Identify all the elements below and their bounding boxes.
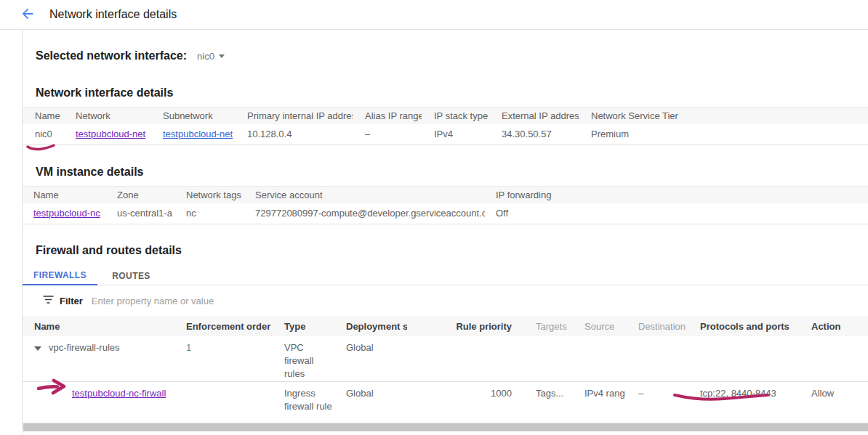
fw-row2-scope: Global: [334, 382, 407, 423]
fw-col-targets: Targets: [524, 317, 573, 336]
nic-section-title: Network interface details: [23, 86, 868, 99]
fw-row1-priority: [407, 336, 524, 381]
vm-table: Name Zone Network tags Service account I…: [23, 186, 868, 224]
subnetwork-link[interactable]: testpubcloud-net: [163, 129, 233, 139]
vm-service-account: 729772080997-compute@developer.gservicea…: [244, 203, 485, 224]
fw-row2-priority: 1000: [407, 382, 524, 423]
filter-label: Filter: [60, 296, 83, 306]
firewall-rule-link[interactable]: testpubcloud-nc-firwall: [72, 388, 166, 399]
firewall-section-title: Firewall and routes details: [23, 244, 868, 257]
fw-row2-action: Allow: [800, 382, 868, 423]
vm-instance-link[interactable]: testpubcloud-nc: [33, 208, 100, 219]
firewall-row-rule: testpubcloud-nc-firwall Ingress firewall…: [23, 382, 868, 423]
arrow-back-icon: [20, 6, 36, 24]
fw-row1-action: [800, 336, 868, 381]
nic-col-name: Name: [23, 107, 63, 124]
fw-row1-scope: Global: [334, 336, 407, 381]
interface-dropdown[interactable]: nic0: [197, 51, 225, 62]
fw-row2-targets: Tags...: [524, 382, 573, 423]
fw-col-destination: Destination: [627, 317, 688, 336]
nic-col-subnetwork: Subnetwork: [150, 107, 235, 124]
nic-stack-type: IPv4: [422, 124, 489, 145]
fw-row1-destination: [627, 336, 688, 381]
fw-row2-enforcement: [174, 382, 273, 423]
vm-table-row: testpubcloud-nc us-central1-a nc 7297720…: [23, 203, 868, 224]
nic-col-service-tier: Network Service Tier: [579, 107, 868, 124]
fw-col-name: Name: [23, 317, 174, 336]
nic-table-row: nic0 testpubcloud-net testpubcloud-net 1…: [23, 124, 868, 145]
nic-internal-ip: 10.128.0.4: [235, 124, 353, 145]
fw-col-rule-priority: Rule priority: [407, 317, 524, 336]
fw-col-action: Action: [800, 317, 868, 336]
nic-alias-ranges: –: [353, 124, 422, 145]
fw-row2-destination: –: [627, 382, 688, 423]
nic-col-stack-type: IP stack type: [422, 107, 489, 124]
fw-col-source: Source: [573, 317, 627, 336]
tab-routes[interactable]: ROUTES: [97, 267, 165, 285]
tab-firewalls[interactable]: FIREWALLS: [23, 267, 97, 285]
nic-col-alias-ranges: Alias IP ranges: [353, 107, 422, 124]
filter-input[interactable]: [92, 296, 868, 306]
nic-col-external-ip: External IP address: [489, 107, 579, 124]
vm-section-title: VM instance details: [23, 166, 868, 179]
back-button[interactable]: [19, 6, 36, 23]
fw-row1-name: vpc-firewall-rules: [49, 342, 120, 353]
vm-col-ip-forwarding: IP forwarding: [485, 187, 868, 203]
details-panel: Selected network interface: nic0 Network…: [22, 30, 868, 435]
nic-col-network: Network: [63, 107, 150, 124]
firewall-tabs: FIREWALLS ROUTES: [23, 267, 868, 285]
vm-col-name: Name: [23, 187, 106, 203]
fw-row1-targets: [524, 336, 573, 381]
nic-external-ip: 34.30.50.57: [489, 124, 579, 145]
fw-row1-source: [573, 336, 627, 381]
fw-col-type: Type: [273, 317, 334, 336]
vm-col-service-account: Service account: [244, 187, 485, 203]
fw-row2-protocols: tcp:22, 8440-8443: [688, 382, 800, 423]
fw-row2-type: Ingress firewall rule: [273, 382, 334, 423]
horizontal-scrollbar[interactable]: [23, 423, 868, 431]
chevron-down-icon: [219, 54, 225, 58]
vm-ip-forwarding: Off: [485, 203, 868, 224]
filter-bar: Filter: [23, 290, 868, 312]
network-link[interactable]: testpubcloud-net: [76, 129, 145, 139]
fw-row2-source: IPv4 rang: [573, 382, 627, 423]
fw-row1-protocols: [688, 336, 800, 381]
nic-table-header: Name Network Subnetwork Primary internal…: [23, 107, 868, 124]
vm-network-tags: nc: [175, 203, 244, 224]
nic-table: Name Network Subnetwork Primary internal…: [23, 107, 868, 145]
nic-service-tier: Premium: [579, 124, 868, 145]
vm-col-tags: Network tags: [175, 187, 244, 203]
firewall-row-vpc: vpc-firewall-rules 1 VPC firewall rules …: [23, 336, 868, 382]
fw-col-deployment-scope: Deployment scope: [334, 317, 407, 336]
firewall-table: Name Enforcement order↑ Type Deployment …: [23, 317, 868, 423]
fw-col-protocols: Protocols and ports: [688, 317, 800, 336]
page-title: Network interface details: [49, 8, 177, 21]
interface-dropdown-value: nic0: [197, 51, 214, 62]
firewall-table-header: Name Enforcement order↑ Type Deployment …: [23, 317, 868, 336]
nic-col-internal-ip: Primary internal IP address: [235, 107, 353, 124]
vm-zone: us-central1-a: [106, 203, 175, 224]
nic-name: nic0: [23, 124, 63, 145]
fw-row1-type: VPC firewall rules: [273, 336, 334, 381]
vm-table-header: Name Zone Network tags Service account I…: [23, 186, 868, 203]
fw-col-enforcement-order[interactable]: Enforcement order↑: [174, 317, 273, 336]
selected-interface-label: Selected network interface:: [36, 49, 187, 62]
vm-col-zone: Zone: [106, 187, 175, 203]
collapse-row-icon[interactable]: [34, 346, 41, 351]
top-bar: Network interface details: [0, 0, 868, 30]
fw-row1-enforcement: 1: [174, 336, 273, 381]
filter-icon: [43, 294, 54, 307]
